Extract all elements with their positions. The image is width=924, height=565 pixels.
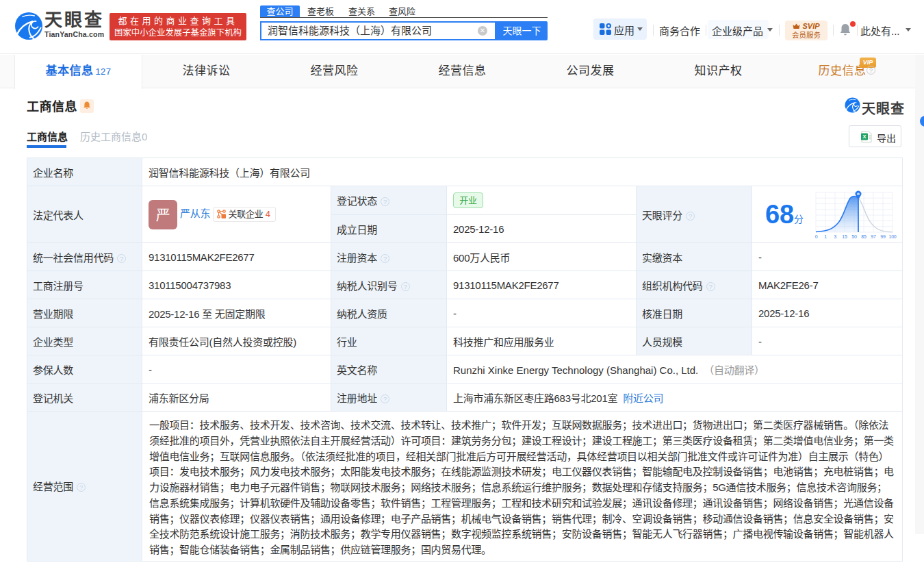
svg-text:3: 3 — [834, 234, 836, 239]
svg-text:97: 97 — [871, 234, 876, 239]
svg-text:100: 100 — [889, 234, 897, 239]
svg-text:0: 0 — [815, 234, 818, 239]
svg-text:99: 99 — [880, 234, 886, 239]
svg-text:85: 85 — [861, 234, 867, 239]
svg-text:X: X — [862, 134, 866, 140]
svg-text:50: 50 — [851, 234, 857, 239]
svg-text:15: 15 — [842, 234, 847, 239]
svg-text:1: 1 — [824, 234, 827, 239]
